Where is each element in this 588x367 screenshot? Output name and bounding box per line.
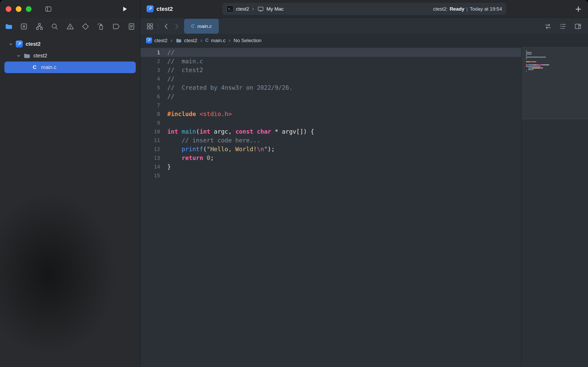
- breakpoint-navigator-icon[interactable]: [111, 22, 121, 31]
- code-line-4[interactable]: 4//: [140, 74, 521, 83]
- code-editor[interactable]: 1//2// main.c3// ctest24//5// Created by…: [140, 47, 521, 367]
- code-line-9[interactable]: 9: [140, 118, 521, 127]
- minimap-segment: [526, 61, 531, 62]
- run-button[interactable]: [121, 5, 128, 13]
- code-line-1[interactable]: 1//: [140, 48, 521, 57]
- jumpbar-label: main.c: [211, 38, 225, 43]
- line-number: 13: [140, 154, 160, 162]
- jumpbar-item-main.c[interactable]: Cmain.c: [205, 38, 225, 43]
- jumpbar-item-No Selection[interactable]: No Selection: [233, 38, 261, 43]
- token-comment: //: [167, 75, 175, 82]
- c-file-icon: C: [205, 38, 209, 43]
- minimap-button[interactable]: [559, 22, 567, 30]
- tab-main.c[interactable]: Cmain.c: [184, 19, 219, 34]
- scheme-name[interactable]: ctest2: [236, 6, 249, 12]
- token-keyword: int: [200, 128, 210, 135]
- code-line-8[interactable]: 8#include <stdio.h>: [140, 110, 521, 118]
- code-line-5[interactable]: 5// Created by 4nsw3r on 2022/9/26.: [140, 83, 521, 92]
- tree-item-ctest2-0[interactable]: ctest2: [4, 38, 136, 50]
- line-number: 3: [140, 66, 160, 74]
- add-editor-button[interactable]: [574, 22, 582, 30]
- jumpbar-separator-icon: ›: [229, 38, 230, 43]
- code-line-12[interactable]: 12 printf("Hello, World!\n");: [140, 145, 521, 154]
- tree-item-main.c-2[interactable]: Cmain.c: [4, 62, 136, 73]
- token-call: printf: [182, 146, 203, 152]
- token-plain: );: [268, 146, 275, 152]
- toolbar-divider: [158, 23, 158, 30]
- zoom-button[interactable]: [26, 6, 32, 12]
- tabs: Cmain.c: [184, 18, 219, 34]
- add-button[interactable]: +: [575, 4, 581, 14]
- related-items-icon[interactable]: [146, 22, 154, 30]
- issue-navigator-icon[interactable]: [65, 22, 75, 31]
- destination-name[interactable]: My Mac: [267, 6, 284, 12]
- code-text: //: [160, 48, 175, 57]
- minimap-segment: [526, 69, 528, 70]
- toggle-sidebar-button[interactable]: [44, 5, 52, 13]
- code-line-13[interactable]: 13 return 0;: [140, 154, 521, 162]
- minimap-segment: [533, 64, 537, 65]
- minimap-segment: [526, 52, 532, 53]
- line-number: 12: [140, 145, 160, 154]
- project-navigator-icon[interactable]: [4, 22, 13, 31]
- code-text: printf("Hello, World!\n");: [160, 145, 275, 154]
- jumpbar-item-ctest2[interactable]: ctest2: [146, 37, 168, 43]
- minimap[interactable]: [521, 47, 588, 367]
- chevron-separator-icon: ›: [252, 6, 254, 12]
- back-button[interactable]: [162, 22, 170, 30]
- code-text: }: [160, 162, 171, 171]
- token-plain: * argv[]) {: [271, 128, 314, 135]
- forward-button[interactable]: [173, 22, 180, 30]
- token-comment: //: [167, 49, 175, 56]
- line-number: 7: [140, 101, 160, 110]
- minimize-button[interactable]: [16, 6, 21, 12]
- tree-item-ctest2-1[interactable]: ctest2: [4, 50, 136, 62]
- token-plain: [167, 155, 182, 161]
- disclosure-chevron-icon[interactable]: [15, 53, 22, 58]
- token-comment: // Created by 4nsw3r on 2022/9/26.: [167, 84, 293, 91]
- minimap-segment: [533, 69, 533, 70]
- token-plain: [167, 146, 182, 152]
- symbol-navigator-icon[interactable]: [35, 22, 44, 31]
- code-line-14[interactable]: 14}: [140, 162, 521, 171]
- disclosure-chevron-icon[interactable]: [7, 42, 14, 47]
- token-plain: argc,: [210, 128, 235, 135]
- test-navigator-icon[interactable]: [81, 22, 90, 31]
- minimap-segment: [540, 64, 542, 65]
- debug-navigator-icon[interactable]: [96, 22, 105, 31]
- code-line-6[interactable]: 6//: [140, 92, 521, 101]
- minimap-code: [526, 50, 585, 74]
- code-line-7[interactable]: 7: [140, 101, 521, 110]
- token-string: ": [264, 146, 268, 152]
- minimap-segment: [542, 64, 549, 65]
- token-keyword: char: [257, 128, 271, 135]
- line-number: 5: [140, 83, 160, 92]
- code-text: [160, 101, 167, 110]
- code-line-2[interactable]: 2// main.c: [140, 57, 521, 66]
- code-line-10[interactable]: 10int main(int argc, const char * argv[]…: [140, 127, 521, 136]
- code-line-15[interactable]: 15: [140, 171, 521, 180]
- minimap-line: [526, 52, 585, 53]
- code-line-3[interactable]: 3// ctest2: [140, 66, 521, 74]
- line-number: 9: [140, 118, 160, 127]
- traffic-lights: [6, 6, 32, 12]
- code-review-button[interactable]: [544, 22, 552, 30]
- jumpbar-item-ctest2[interactable]: ctest2: [176, 37, 197, 44]
- tab-bar: Cmain.c: [140, 18, 588, 35]
- close-button[interactable]: [6, 6, 11, 12]
- minimap-segment: [526, 71, 526, 72]
- line-number: 10: [140, 127, 160, 136]
- find-navigator-icon[interactable]: [50, 22, 59, 31]
- code-line-11[interactable]: 11 // insert code here...: [140, 136, 521, 145]
- token-plain: }: [167, 163, 171, 170]
- minimap-segment: [526, 66, 541, 67]
- minimap-line: [526, 69, 585, 70]
- report-navigator-icon[interactable]: [127, 22, 136, 31]
- minimap-line: [526, 71, 585, 72]
- token-escape: \n: [257, 146, 264, 152]
- tree-item-label: ctest2: [33, 53, 47, 59]
- xcode-app-icon: [147, 5, 154, 12]
- token-function: main: [182, 128, 196, 135]
- source-control-navigator-icon[interactable]: [19, 22, 29, 31]
- activity-view[interactable]: >_ ctest2 › My Mac ctest2: Ready | Today…: [222, 3, 506, 15]
